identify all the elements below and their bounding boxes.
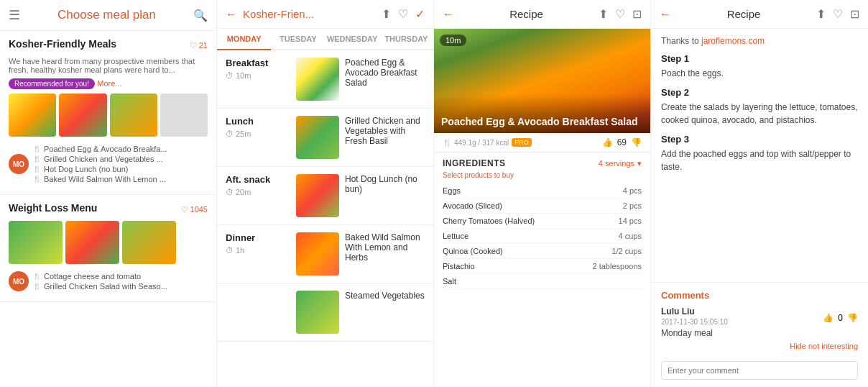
weight-loss-likes: ♡ 1045	[181, 205, 208, 214]
servings-text: 4 servings	[599, 159, 634, 168]
ingredient-qty-pistachio: 2 tablespoons	[593, 262, 642, 270]
tab-tuesday[interactable]: TUESDAY	[271, 29, 325, 49]
thanks-link[interactable]: jaroflemons.com	[701, 36, 765, 46]
food-image-4[interactable]	[160, 94, 208, 137]
ingredient-name-avocado: Avocado (Sliced)	[443, 201, 502, 210]
thumbs-up-icon[interactable]: 👍	[602, 137, 613, 147]
panel1-header: ☰ Choose meal plan 🔍	[0, 0, 216, 31]
ingredient-qty-quinoa: 1/2 cups	[611, 247, 642, 255]
meal-thumb-steamed[interactable]	[296, 291, 339, 334]
meal-name-dinner[interactable]: Baked Wild Salmon With Lemon and Herbs	[345, 232, 425, 263]
thanks-text: Thanks to	[661, 36, 701, 46]
tab-wednesday[interactable]: WEDNESDAY	[326, 29, 379, 49]
thumbs-down-icon[interactable]: 👎	[631, 137, 642, 147]
meal-name-lunch[interactable]: Grilled Chicken and Vegetables with Fres…	[345, 116, 425, 146]
food-list-1: Poached Egg & Avocado Breakfa... Grilled…	[33, 144, 167, 184]
comment-author-block: Lulu Liu 2017-11-30 15:05:10	[661, 306, 728, 327]
check-icon[interactable]: ✓	[415, 7, 425, 21]
ingredient-name-tomatoes: Cherry Tomatoes (Halved)	[443, 217, 535, 225]
back-icon-1[interactable]: ←	[226, 8, 237, 21]
food-image-2[interactable]	[59, 94, 106, 137]
comment-header: Lulu Liu 2017-11-30 15:05:10 👍 0 👎	[661, 306, 858, 327]
meal-thumb-breakfast[interactable]	[296, 58, 339, 101]
more-link[interactable]: More...	[97, 79, 121, 88]
food-images-1	[9, 94, 208, 137]
food-image-7[interactable]	[122, 221, 176, 264]
ingredient-name-salt: Salt	[443, 277, 456, 286]
share-icon-2[interactable]: ⬆	[599, 7, 608, 21]
clock-icon-4: ⏱	[226, 246, 234, 255]
hide-container: Hide not interesting	[661, 341, 858, 351]
ingredient-salt: Salt	[443, 274, 642, 289]
back-icon-2[interactable]: ←	[443, 8, 454, 21]
share-icon-1[interactable]: ⬆	[382, 7, 391, 21]
menu-icon[interactable]: ☰	[9, 7, 20, 23]
panel4-title: Recipe	[677, 8, 811, 20]
step-2-desc: Create the salads by layering the lettuc…	[661, 101, 858, 127]
comment-thumbs-down[interactable]: 👎	[847, 313, 858, 323]
heart-icon-3[interactable]: ♡	[398, 7, 408, 21]
food-image-1[interactable]	[9, 94, 56, 137]
comments-title: Comments	[661, 290, 858, 301]
meal-name-breakfast[interactable]: Poached Egg & Avocado Breakfast Salad	[345, 58, 425, 88]
comment-like-actions: 👍 0 👎	[823, 313, 858, 323]
pro-badge: PRO	[512, 138, 532, 147]
meal-breakfast: Breakfast ⏱ 10m Poached Egg & Avocado Br…	[217, 50, 433, 109]
select-products-link[interactable]: Select products to buy	[443, 171, 642, 179]
panel2-header: ← Kosher-Frien... ⬆ ♡ ✓	[217, 0, 433, 29]
avatar-2: MO	[9, 271, 29, 291]
meal-thumb-snack[interactable]	[296, 174, 339, 217]
share-icon-3[interactable]: ⬆	[816, 7, 826, 21]
tab-thursday[interactable]: THURSDAY	[379, 29, 433, 49]
meal-type-snack: Aft. snack	[226, 174, 290, 185]
search-icon[interactable]: 🔍	[193, 9, 208, 22]
box-icon-2[interactable]: ⊡	[850, 7, 859, 21]
ingredient-lettuce: Lettuce 4 cups	[443, 229, 642, 244]
meal-dinner-left: Dinner ⏱ 1h	[226, 232, 290, 255]
ingredients-title: INGREDIENTS	[443, 158, 506, 168]
thanks-line: Thanks to jaroflemons.com	[661, 36, 858, 46]
avatar-row-1: MO Poached Egg & Avocado Breakfa... Gril…	[9, 141, 208, 187]
recipe-image: 10m Poached Egg & Avocado Breakfast Sala…	[434, 29, 650, 133]
food-image-3[interactable]	[110, 94, 157, 137]
meal-dinner: Dinner ⏱ 1h Baked Wild Salmon With Lemon…	[217, 225, 433, 283]
back-icon-3[interactable]: ←	[660, 8, 671, 21]
like-actions: 👍 69 👎	[602, 137, 642, 147]
ingredient-pistachio: Pistachio 2 tablespoons	[443, 259, 642, 274]
comment-input[interactable]	[661, 361, 858, 380]
recommended-badge: Recommended for you!	[9, 78, 95, 89]
fork-icon: 🍴	[443, 139, 451, 147]
comment-text: Monday meal	[661, 328, 858, 338]
meal-name-snack[interactable]: Hot Dog Lunch (no bun)	[345, 174, 425, 194]
panel-recipe-view: ← Recipe ⬆ ♡ ⊡ 10m Poached Egg & Avocado…	[434, 0, 651, 387]
recipe-meta: 🍴 449.1g / 317 kcal PRO 👍 69 👎	[434, 133, 650, 152]
step-2-title: Step 2	[661, 87, 858, 98]
heart-icon-4[interactable]: ♡	[615, 7, 625, 21]
food-image-6[interactable]	[65, 221, 119, 264]
weight-loss-section-top: Weight Loss Menu ♡ 1045	[9, 202, 208, 217]
box-icon-1[interactable]: ⊡	[632, 7, 642, 21]
ingredient-name-eggs: Eggs	[443, 186, 461, 195]
chevron-down-icon[interactable]: ▾	[637, 159, 642, 168]
kosher-section: Kosher-Friendly Meals ♡ 21 We have heard…	[0, 31, 216, 195]
hide-not-interesting-btn[interactable]: Hide not interesting	[790, 342, 858, 350]
food-image-5[interactable]	[9, 221, 63, 264]
tab-monday[interactable]: MONDAY	[217, 29, 271, 50]
recipe-image-overlay: Poached Egg & Avocado Breakfast Salad	[434, 94, 650, 133]
comments-section: Comments Lulu Liu 2017-11-30 15:05:10 👍 …	[651, 282, 868, 387]
ingredient-name-lettuce: Lettuce	[443, 232, 468, 240]
day-tabs: MONDAY TUESDAY WEDNESDAY THURSDAY	[217, 29, 433, 50]
avatar-1: MO	[9, 154, 29, 174]
meal-breakfast-left: Breakfast ⏱ 10m	[226, 58, 290, 80]
meal-thumb-lunch[interactable]	[296, 116, 339, 159]
panel2-actions: ⬆ ♡ ✓	[382, 7, 425, 21]
panel4-header: ← Recipe ⬆ ♡ ⊡	[651, 0, 868, 29]
heart-icon-5[interactable]: ♡	[833, 7, 843, 21]
meal-name-steamed[interactable]: Steamed Vegetables	[345, 291, 425, 301]
ingredient-quinoa: Quinoa (Cooked) 1/2 cups	[443, 244, 642, 259]
panel3-header: ← Recipe ⬆ ♡ ⊡	[434, 0, 650, 29]
meal-steamed: Steamed Vegetables	[217, 283, 433, 342]
meal-thumb-dinner[interactable]	[296, 232, 339, 276]
comment-thumbs-up[interactable]: 👍	[823, 313, 834, 323]
like-count: 69	[617, 137, 627, 147]
